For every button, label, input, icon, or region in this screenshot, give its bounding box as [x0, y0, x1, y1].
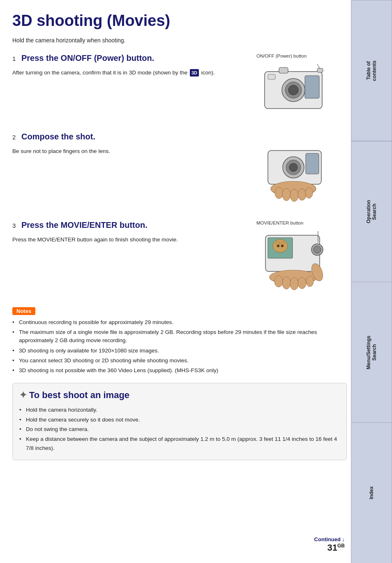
- svg-point-17: [290, 189, 298, 202]
- note-item-4: You cannot select 3D shooting or 2D shoo…: [12, 357, 347, 365]
- svg-point-12: [289, 163, 297, 171]
- step-1-image: ON/OFF (Power) button: [256, 53, 347, 116]
- svg-point-32: [282, 277, 291, 289]
- svg-point-22: [273, 239, 288, 253]
- tip-list: Hold the camera horizontally. Hold the c…: [19, 405, 338, 452]
- page-number-display: 31GB: [327, 542, 345, 553]
- svg-point-3: [288, 85, 298, 95]
- step-3-body: Press the MOVIE/ENTER button again to fi…: [12, 236, 248, 244]
- step-1-text: 1 Press the ON/OFF (Power) button. After…: [12, 53, 256, 77]
- svg-rect-5: [279, 67, 288, 73]
- tip-item-2: Hold the camera securely so it does not …: [19, 415, 338, 424]
- step-1-body: After turning on the camera, confirm tha…: [12, 69, 248, 77]
- svg-point-16: [282, 188, 291, 201]
- tip-item-4: Keep a distance between the camera and t…: [19, 435, 338, 452]
- note-item-1: Continuous recording is possible for app…: [12, 318, 347, 327]
- steps-section: 1 Press the ON/OFF (Power) button. After…: [12, 53, 347, 291]
- step-1-num: 1: [12, 55, 18, 62]
- notes-list: Continuous recording is possible for app…: [12, 318, 347, 375]
- step-2-image: [256, 144, 347, 204]
- tab-toc-label: Table ofcontents: [366, 60, 377, 81]
- tab-menu-label: Menu/SettingsSearch: [366, 336, 377, 369]
- note-item-2: The maximum size of a single movie file …: [12, 328, 347, 345]
- svg-point-26: [281, 245, 284, 247]
- bottom-right: Continued ↓ 31GB: [314, 536, 345, 553]
- main-content: 3D shooting (Movies) Hold the camera hor…: [12, 0, 347, 460]
- step-3-row: 3 Press the MOVIE/ENTER button. Press th…: [12, 220, 347, 291]
- tab-operation-label: OperationSearch: [366, 200, 377, 223]
- svg-point-15: [275, 187, 283, 199]
- continued-label: Continued ↓: [314, 536, 345, 542]
- tab-menu-settings-search[interactable]: Menu/SettingsSearch: [351, 282, 392, 422]
- step-3-image-label: MOVIE/ENTER button: [256, 220, 303, 225]
- svg-point-34: [298, 277, 306, 289]
- tab-index[interactable]: Index: [351, 422, 392, 563]
- svg-line-7: [317, 64, 320, 68]
- step-2-diagram: [256, 144, 334, 204]
- note-item-3: 3D shooting is only available for 1920×1…: [12, 347, 347, 355]
- svg-point-28: [314, 246, 321, 253]
- step-2-heading: Compose the shot.: [21, 132, 95, 141]
- page-suffix: GB: [337, 543, 345, 549]
- step-1-diagram: [256, 60, 334, 116]
- svg-point-18: [298, 189, 306, 200]
- page-title: 3D shooting (Movies): [12, 12, 347, 30]
- intro-text: Hold the camera horizontally when shooti…: [12, 37, 347, 44]
- 3d-badge: 3D: [190, 69, 199, 77]
- step-3-text: 3 Press the MOVIE/ENTER button. Press th…: [12, 220, 256, 244]
- step-2-text: 2 Compose the shot. Be sure not to place…: [12, 132, 256, 155]
- svg-rect-4: [305, 76, 319, 98]
- tip-box: ✦ To best shoot an image Hold the camera…: [12, 383, 347, 460]
- step-3-heading: Press the MOVIE/ENTER button.: [21, 220, 148, 230]
- notes-section: Notes Continuous recording is possible f…: [12, 307, 347, 375]
- tip-title-text: To best shoot an image: [29, 390, 129, 401]
- tip-icon: ✦: [19, 390, 27, 401]
- notes-badge: Notes: [12, 307, 35, 315]
- step-1-row: 1 Press the ON/OFF (Power) button. After…: [12, 53, 347, 116]
- tab-index-label: Index: [369, 487, 374, 499]
- svg-point-31: [274, 276, 283, 287]
- step-3-num: 3: [12, 222, 18, 229]
- tip-item-3: Do not swing the camera.: [19, 425, 338, 434]
- step-3-diagram: [256, 227, 334, 291]
- step-3-image: MOVIE/ENTER button: [256, 220, 347, 291]
- svg-point-25: [277, 245, 279, 247]
- note-item-5: 3D shooting is not possible with the 360…: [12, 366, 347, 375]
- tab-operation-search[interactable]: OperationSearch: [351, 141, 392, 282]
- svg-point-33: [290, 278, 298, 290]
- step-2-num: 2: [12, 134, 18, 141]
- svg-point-35: [306, 276, 314, 287]
- step-2-body: Be sure not to place fingers on the lens…: [12, 147, 248, 155]
- svg-point-19: [305, 188, 313, 198]
- svg-rect-6: [317, 68, 323, 72]
- step-1-image-label: ON/OFF (Power) button: [256, 53, 307, 58]
- step-1-heading: Press the ON/OFF (Power) button.: [21, 53, 154, 63]
- tip-title: ✦ To best shoot an image: [19, 390, 338, 401]
- tab-table-of-contents[interactable]: Table ofcontents: [351, 0, 392, 141]
- tip-item-1: Hold the camera horizontally.: [19, 405, 338, 415]
- sidebar-tabs: Table ofcontents OperationSearch Menu/Se…: [351, 0, 392, 563]
- svg-rect-13: [306, 153, 319, 174]
- step-2-row: 2 Compose the shot. Be sure not to place…: [12, 132, 347, 204]
- svg-rect-8: [268, 74, 275, 79]
